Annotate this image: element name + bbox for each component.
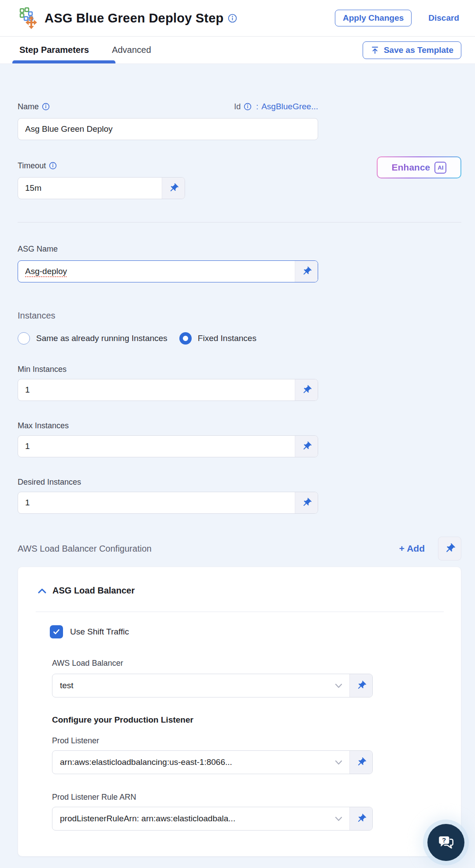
name-label: Name xyxy=(18,102,39,111)
asg-load-balancer-title: ASG Load Balancer xyxy=(52,586,135,596)
timeout-field xyxy=(18,177,185,199)
name-input[interactable] xyxy=(18,119,318,140)
step-parameters-panel: Name Id : AsgBlueGree... Enhance AI Time… xyxy=(0,64,475,868)
aws-load-balancer-select[interactable]: test xyxy=(52,674,373,697)
desired-instances-label: Desired Instances xyxy=(18,477,461,487)
timeout-label: Timeout xyxy=(18,161,46,171)
asg-load-balancer-panel: ASG Load Balancer Use Shift Traffic AWS … xyxy=(18,567,461,857)
chat-question-icon: ? xyxy=(437,833,455,852)
add-load-balancer-button[interactable]: + Add xyxy=(399,543,425,554)
asg-name-label: ASG Name xyxy=(18,244,461,254)
card-divider xyxy=(36,612,444,612)
min-instances-field xyxy=(18,379,318,401)
asg-load-balancer-collapse-header[interactable]: ASG Load Balancer xyxy=(37,586,461,596)
ai-badge-icon: AI xyxy=(434,162,446,174)
radio-fixed-instances[interactable]: Fixed Instances xyxy=(179,332,256,345)
asg-name-field: Asg-deploy xyxy=(18,260,318,282)
info-icon[interactable] xyxy=(42,103,50,111)
instances-radio-group: Same as already running Instances Fixed … xyxy=(18,332,461,345)
instances-heading: Instances xyxy=(18,311,461,321)
upload-icon xyxy=(371,46,379,55)
radio-circle-selected-icon xyxy=(179,332,192,345)
asg-step-icon xyxy=(19,6,39,30)
timeout-input[interactable] xyxy=(18,178,162,199)
desired-instances-input[interactable] xyxy=(18,492,295,513)
chevron-up-icon xyxy=(37,588,47,594)
chevron-down-icon xyxy=(335,807,342,830)
max-instances-label: Max Instances xyxy=(18,420,461,431)
apply-changes-button[interactable]: Apply Changes xyxy=(335,10,412,26)
page-title: ASG Blue Green Deploy Step xyxy=(45,11,223,26)
pushpin-icon[interactable] xyxy=(295,261,318,282)
name-field xyxy=(18,118,318,140)
id-colon: : xyxy=(256,102,258,111)
name-label-group: Name xyxy=(18,101,50,112)
lb-config-heading: AWS Load Balancer Configuration xyxy=(18,544,152,554)
production-listener-heading: Configure your Production Listener xyxy=(52,715,461,725)
prod-listener-rule-arn-label: Prod Listener Rule ARN xyxy=(52,792,461,802)
max-instances-field xyxy=(18,435,318,457)
aws-load-balancer-label: AWS Load Balancer xyxy=(52,658,461,668)
prod-listener-label: Prod Listener xyxy=(52,735,461,746)
save-as-template-button[interactable]: Save as Template xyxy=(363,41,461,59)
pushpin-icon[interactable] xyxy=(295,436,318,457)
pushpin-icon[interactable] xyxy=(349,751,372,774)
pushpin-icon[interactable] xyxy=(295,492,318,513)
lb-config-heading-row: AWS Load Balancer Configuration + Add xyxy=(18,537,461,560)
pushpin-icon[interactable] xyxy=(162,178,185,199)
save-as-template-label: Save as Template xyxy=(384,45,453,55)
step-header: ASG Blue Green Deploy Step Apply Changes… xyxy=(0,0,475,37)
checkbox-checked-icon[interactable] xyxy=(50,625,63,638)
radio-label: Same as already running Instances xyxy=(36,334,167,343)
enhance-ai-button[interactable]: Enhance AI xyxy=(377,156,461,178)
asg-name-label-text: ASG Name xyxy=(18,245,58,254)
pushpin-icon[interactable] xyxy=(349,674,372,697)
tab-advanced[interactable]: Advanced xyxy=(112,45,151,55)
use-shift-traffic-checkbox-row[interactable]: Use Shift Traffic xyxy=(50,625,461,638)
pushpin-icon[interactable] xyxy=(349,807,372,830)
section-divider xyxy=(18,222,461,223)
discard-button[interactable]: Discard xyxy=(428,13,459,23)
prod-listener-select[interactable]: arn:aws:elasticloadbalancing:us-east-1:8… xyxy=(52,750,373,774)
prod-listener-value: arn:aws:elasticloadbalancing:us-east-1:8… xyxy=(52,751,335,774)
active-tab-indicator xyxy=(12,60,115,63)
pushpin-button[interactable] xyxy=(438,537,461,560)
help-chat-button[interactable]: ? xyxy=(427,824,464,861)
use-shift-traffic-label: Use Shift Traffic xyxy=(70,627,129,637)
asg-name-input[interactable]: Asg-deploy xyxy=(18,261,295,282)
prod-listener-rule-arn-value: prodListenerRuleArn: arn:aws:elasticload… xyxy=(52,807,335,830)
desired-instances-field xyxy=(18,492,318,514)
radio-circle-icon xyxy=(18,332,30,345)
chevron-down-icon xyxy=(335,751,342,774)
tab-step-parameters[interactable]: Step Parameters xyxy=(19,45,89,55)
min-instances-label: Min Instances xyxy=(18,364,461,375)
svg-text:?: ? xyxy=(442,837,446,844)
tabs-bar: Step Parameters Advanced Save as Templat… xyxy=(0,37,475,64)
name-id-row: Name Id : AsgBlueGree... xyxy=(18,101,318,112)
min-instances-input[interactable] xyxy=(18,379,295,401)
id-group: Id : AsgBlueGree... xyxy=(234,102,318,111)
chevron-down-icon xyxy=(335,674,342,697)
id-label: Id xyxy=(234,102,241,111)
title-info-icon[interactable] xyxy=(228,14,237,23)
info-icon[interactable] xyxy=(244,103,252,111)
enhance-label: Enhance xyxy=(392,162,430,173)
asg-name-value: Asg-deploy xyxy=(25,267,67,276)
pushpin-icon[interactable] xyxy=(295,379,318,401)
prod-listener-rule-arn-select[interactable]: prodListenerRuleArn: arn:aws:elasticload… xyxy=(52,807,373,831)
info-icon[interactable] xyxy=(49,162,57,170)
radio-label: Fixed Instances xyxy=(198,334,256,343)
id-value[interactable]: AsgBlueGree... xyxy=(261,102,318,111)
radio-same-as-running[interactable]: Same as already running Instances xyxy=(18,332,167,345)
aws-load-balancer-value: test xyxy=(52,674,335,697)
max-instances-input[interactable] xyxy=(18,436,295,457)
